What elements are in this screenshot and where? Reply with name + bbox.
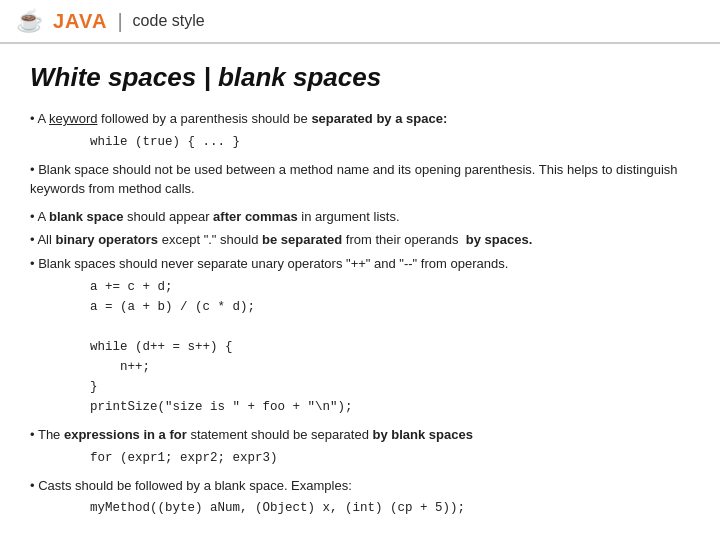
header-separator: | (117, 10, 122, 33)
after-commas-bold: after commas (213, 209, 298, 224)
code-casts: myMethod((byte) aNum, (Object) x, (int) … (90, 498, 690, 518)
page-title: White spaces | blank spaces (30, 62, 690, 93)
section-for-text: The expressions in a for statement shoul… (30, 425, 690, 445)
by-blank-spaces-bold: by blank spaces (373, 427, 473, 442)
java-label: JAVA (53, 10, 107, 33)
section-unary-ops: Blank spaces should never separate unary… (30, 254, 690, 274)
header-subtitle: code style (133, 12, 205, 30)
keyword-underline: keyword (49, 111, 97, 126)
for-expressions-bold: expressions in a for (64, 427, 187, 442)
section-for: The expressions in a for statement shoul… (30, 425, 690, 468)
code-operators: a += c + d; a = (a + b) / (c * d); while… (90, 277, 690, 417)
section-blank-method: Blank space should not be used between a… (30, 160, 690, 199)
section-operators: A blank space should appear after commas… (30, 207, 690, 418)
section-keyword-text: A keyword followed by a parenthesis shou… (30, 109, 690, 129)
separated-bold: separated by a space: (311, 111, 447, 126)
section-blank-commas: A blank space should appear after commas… (30, 207, 690, 227)
be-separated-bold: be separated (262, 232, 342, 247)
code-for: for (expr1; expr2; expr3) (90, 448, 690, 468)
section-keyword: A keyword followed by a parenthesis shou… (30, 109, 690, 152)
section-blank-method-text: Blank space should not be used between a… (30, 160, 690, 199)
java-logo-icon: ☕ (16, 8, 43, 34)
header: ☕ JAVA | code style (0, 0, 720, 44)
code-while-true: while (true) { ... } (90, 132, 690, 152)
binary-operators-bold: binary operators (56, 232, 159, 247)
main-content: White spaces | blank spaces A keyword fo… (0, 44, 720, 540)
blank-space-bold: blank space (49, 209, 123, 224)
section-casts-text: Casts should be followed by a blank spac… (30, 476, 690, 496)
by-spaces-bold: by spaces. (466, 232, 533, 247)
section-binary-ops: All binary operators except "." should b… (30, 230, 690, 250)
section-casts: Casts should be followed by a blank spac… (30, 476, 690, 519)
